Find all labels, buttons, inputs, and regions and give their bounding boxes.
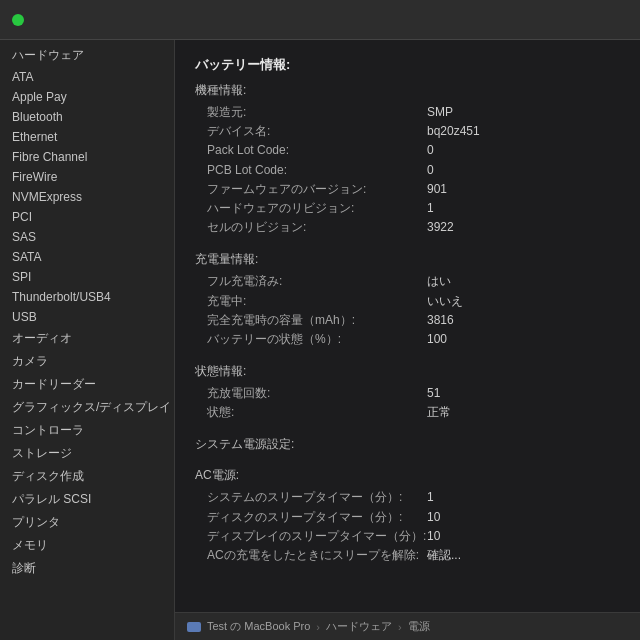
info-row-1-3: バッテリーの状態（%）:100 [195,330,620,349]
info-value-0-2: 0 [427,141,434,160]
info-value-0-4: 901 [427,180,447,199]
info-row-0-2: Pack Lot Code:0 [195,141,620,160]
sidebar-item-17[interactable]: グラフィックス/ディスプレイ [0,396,174,419]
sidebar-item-24[interactable]: 診断 [0,557,174,580]
info-group-2: 状態情報:充放電回数:51状態:正常 [195,363,620,422]
sidebar-item-22[interactable]: プリンタ [0,511,174,534]
info-row-4-0: システムのスリープタイマー（分）:1 [195,488,620,507]
info-label-0-5: ハードウェアのリビジョン: [207,199,427,218]
sidebar-item-20[interactable]: ディスク作成 [0,465,174,488]
info-label-0-3: PCB Lot Code: [207,161,427,180]
info-group-4: AC電源:システムのスリープタイマー（分）:1ディスクのスリープタイマー（分）:… [195,467,620,565]
info-value-1-0: はい [427,272,451,291]
sidebar-item-0[interactable]: ハードウェア [0,44,174,67]
info-group-1: 充電量情報:フル充電済み:はい充電中:いいえ完全充電時の容量（mAh）:3816… [195,251,620,349]
info-row-4-3: ACの充電をしたときにスリープを解除:確認... [195,546,620,565]
info-value-0-5: 1 [427,199,434,218]
info-row-1-1: 充電中:いいえ [195,292,620,311]
sidebar-item-5[interactable]: Fibre Channel [0,147,174,167]
info-label-0-6: セルのリビジョン: [207,218,427,237]
info-value-0-3: 0 [427,161,434,180]
info-label-4-0: システムのスリープタイマー（分）: [207,488,427,507]
sidebar-item-13[interactable]: USB [0,307,174,327]
breadcrumb-part-1: ハードウェア [326,619,392,634]
info-group-3: システム電源設定: [195,436,620,453]
info-group-0: 機種情報:製造元:SMPデバイス名:bq20z451Pack Lot Code:… [195,82,620,237]
info-row-0-0: 製造元:SMP [195,103,620,122]
info-label-1-1: 充電中: [207,292,427,311]
info-label-0-1: デバイス名: [207,122,427,141]
breadcrumb-part-0: Test の MacBook Pro [207,619,310,634]
breadcrumb-part-2: 電源 [408,619,430,634]
sidebar-item-16[interactable]: カードリーダー [0,373,174,396]
group-title-3: システム電源設定: [195,436,620,453]
info-row-4-1: ディスクのスリープタイマー（分）:10 [195,508,620,527]
info-label-1-3: バッテリーの状態（%）: [207,330,427,349]
sidebar: ハードウェアATAApple PayBluetoothEthernetFibre… [0,40,175,640]
info-row-2-0: 充放電回数:51 [195,384,620,403]
sidebar-item-14[interactable]: オーディオ [0,327,174,350]
info-label-4-3: ACの充電をしたときにスリープを解除: [207,546,427,565]
traffic-lights [12,14,24,26]
info-row-0-5: ハードウェアのリビジョン:1 [195,199,620,218]
sidebar-item-2[interactable]: Apple Pay [0,87,174,107]
info-value-1-2: 3816 [427,311,454,330]
main-content: ハードウェアATAApple PayBluetoothEthernetFibre… [0,40,640,640]
info-row-0-4: ファームウェアのバージョン:901 [195,180,620,199]
info-row-0-3: PCB Lot Code:0 [195,161,620,180]
sidebar-item-7[interactable]: NVMExpress [0,187,174,207]
title-bar [0,0,640,40]
sidebar-item-23[interactable]: メモリ [0,534,174,557]
info-value-4-0: 1 [427,488,434,507]
green-light [12,14,24,26]
info-value-0-0: SMP [427,103,453,122]
info-row-4-2: ディスプレイのスリープタイマー（分）:10 [195,527,620,546]
sidebar-item-8[interactable]: PCI [0,207,174,227]
info-value-4-2: 10 [427,527,440,546]
info-row-0-1: デバイス名:bq20z451 [195,122,620,141]
group-title-0: 機種情報: [195,82,620,99]
info-label-0-2: Pack Lot Code: [207,141,427,160]
sidebar-item-18[interactable]: コントローラ [0,419,174,442]
info-label-4-1: ディスクのスリープタイマー（分）: [207,508,427,527]
info-value-1-3: 100 [427,330,447,349]
info-label-2-1: 状態: [207,403,427,422]
sidebar-item-1[interactable]: ATA [0,67,174,87]
info-value-1-1: いいえ [427,292,463,311]
info-label-1-0: フル充電済み: [207,272,427,291]
breadcrumb-bar: Test の MacBook Pro›ハードウェア›電源 [175,612,640,640]
breadcrumb-sep-0: › [316,621,320,633]
detail-pane: バッテリー情報:機種情報:製造元:SMPデバイス名:bq20z451Pack L… [175,40,640,640]
info-row-1-0: フル充電済み:はい [195,272,620,291]
info-label-1-2: 完全充電時の容量（mAh）: [207,311,427,330]
sidebar-item-21[interactable]: パラレル SCSI [0,488,174,511]
info-label-4-2: ディスプレイのスリープタイマー（分）: [207,527,427,546]
info-label-0-4: ファームウェアのバージョン: [207,180,427,199]
info-label-0-0: 製造元: [207,103,427,122]
info-row-2-1: 状態:正常 [195,403,620,422]
sidebar-item-4[interactable]: Ethernet [0,127,174,147]
info-value-2-0: 51 [427,384,440,403]
sidebar-item-15[interactable]: カメラ [0,350,174,373]
info-label-2-0: 充放電回数: [207,384,427,403]
group-title-1: 充電量情報: [195,251,620,268]
main-section-title: バッテリー情報: [195,56,620,74]
breadcrumb-sep-1: › [398,621,402,633]
info-value-4-1: 10 [427,508,440,527]
group-title-2: 状態情報: [195,363,620,380]
info-value-0-1: bq20z451 [427,122,480,141]
info-row-1-2: 完全充電時の容量（mAh）:3816 [195,311,620,330]
info-row-0-6: セルのリビジョン:3922 [195,218,620,237]
sidebar-item-3[interactable]: Bluetooth [0,107,174,127]
sidebar-item-12[interactable]: Thunderbolt/USB4 [0,287,174,307]
sidebar-item-11[interactable]: SPI [0,267,174,287]
sidebar-item-6[interactable]: FireWire [0,167,174,187]
sidebar-item-19[interactable]: ストレージ [0,442,174,465]
info-value-0-6: 3922 [427,218,454,237]
breadcrumb-icon [187,622,201,632]
group-title-4: AC電源: [195,467,620,484]
info-value-4-3: 確認... [427,546,461,565]
sidebar-item-10[interactable]: SATA [0,247,174,267]
info-value-2-1: 正常 [427,403,451,422]
sidebar-item-9[interactable]: SAS [0,227,174,247]
